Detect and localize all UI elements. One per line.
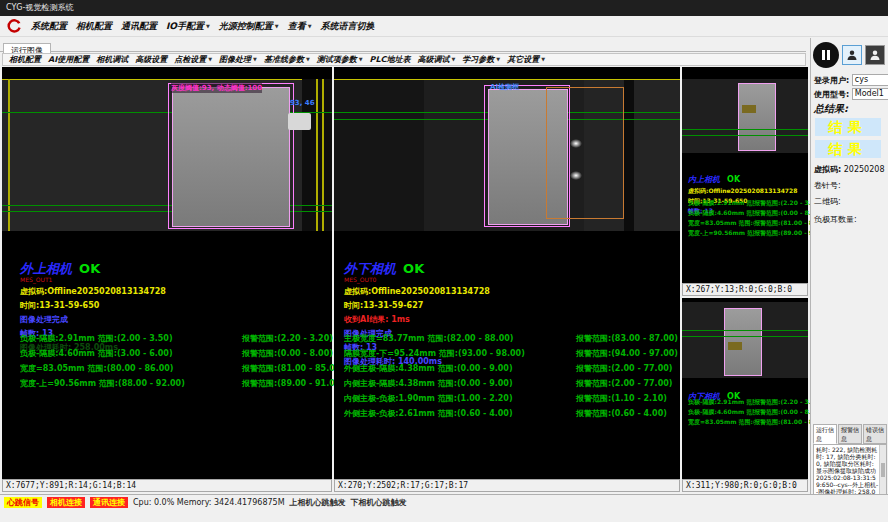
overlay-yellow-line (334, 79, 680, 80)
virtual-code-value: 20250208 (844, 165, 885, 174)
camera-result-ok: OK (727, 175, 740, 184)
camera-view-inner-top[interactable]: 内上相机 OK 虚拟码:Offline2025020813134728 时间:1… (682, 67, 808, 296)
point-overlay-label: 93, 46 (290, 99, 315, 107)
login-user-field: 登录用户: cys (814, 74, 888, 86)
measurement-row: 主极宽度=83.77mm 范围:(82.00 - 88.00)报警范围:(83.… (344, 333, 678, 348)
tab-count-label: 负极耳数量: (814, 214, 857, 225)
toolbar-camera-config[interactable]: 相机配置 (9, 54, 41, 65)
needle-label: 卷针号: (814, 180, 841, 191)
camera-view-inner-bottom[interactable]: 内下相机 OK 负极-隔膜:2.91mm 范围:(2.00 - 3.50)报警范… (682, 298, 808, 492)
overlay-orange-box (546, 87, 624, 219)
log-box: 运行信息 报警信息 错误信息 耗时: 222, 缺陷检测耗时: 17, 缺陷分类… (813, 424, 887, 492)
toolbar-other-settings[interactable]: 其它设置▼ (507, 54, 545, 65)
time-line: 时间:13-31-59-627 (344, 300, 490, 311)
chevron-down-icon: ▼ (208, 56, 212, 62)
menu-item-view[interactable]: 查看▼ (288, 20, 312, 33)
measurement-row: 负极-隔膜:2.91mm 范围:(2.00 - 3.50)报警范围:(2.20 … (20, 333, 344, 348)
model-field: 使用型号: Model1 (814, 88, 888, 100)
toolbar-learning-params[interactable]: 学习参数▼ (462, 54, 500, 65)
overlay-green-line (682, 135, 808, 136)
measurement-row: 负极-隔膜:4.60mm 范围:(3.00 - 6.00)报警范围:(0.00 … (20, 348, 344, 363)
reflection-flare (570, 139, 582, 148)
login-user-value[interactable]: cys (852, 74, 888, 86)
overlay-yellow-line (2, 79, 332, 80)
menu-item-system-config[interactable]: 系统配置 (31, 20, 67, 33)
user-icon (846, 49, 858, 61)
menu-item-comm-config[interactable]: 通讯配置 (121, 20, 157, 33)
chevron-down-icon: ▼ (496, 56, 500, 62)
control-buttons (813, 42, 888, 68)
ai-box-label: AI检测框 (490, 82, 519, 92)
pixel-readout: X:270;Y:2502;R:17;G:17;B:17 (334, 479, 680, 492)
menu-item-camera-config[interactable]: 相机配置 (76, 20, 112, 33)
chevron-down-icon: ▼ (306, 56, 310, 62)
virtual-code-field: 虚拟码: 20250208 (814, 164, 884, 175)
detected-cell-region (738, 83, 776, 151)
app-window: CYG-视觉检测系统 系统配置 相机配置 通讯配置 IO手配置▼ 光源控制配置▼… (0, 0, 888, 522)
toolbar-ai-config[interactable]: AI使用配置 (48, 54, 89, 65)
comm-connection-badge: 通讯连接 (90, 497, 128, 508)
model-value[interactable]: Model1 (852, 88, 888, 100)
measurement-row: 宽度=83.05mm 范围:(80.00 - 86.00)报警范围:(81.00… (20, 363, 344, 378)
toolbar-test-params[interactable]: 测试项参数▼ (317, 54, 363, 65)
virtual-code-line: 虚拟码:Offline2025020813134728 (344, 286, 490, 297)
menu-item-language[interactable]: 系统语言切换 (321, 20, 375, 33)
camera-image (682, 79, 808, 153)
measurement-row: 内侧主极-隔膜:4.38mm 范围:(0.00 - 9.00)报警范围:(2.0… (344, 378, 678, 393)
result-badge-bottom: 结果 (815, 140, 881, 158)
log-tab-error[interactable]: 错误信息 (863, 424, 887, 444)
chevron-down-icon: ▼ (275, 23, 279, 29)
toolbar-plc-table[interactable]: PLC地址表 (370, 54, 411, 65)
toolbar-baseline-params[interactable]: 基准线参数▼ (264, 54, 310, 65)
window-titlebar: CYG-视觉检测系统 (0, 0, 888, 16)
camera-connection-badge: 相机连接 (47, 497, 85, 508)
chevron-down-icon: ▼ (308, 23, 312, 29)
cpu-memory-readout: Cpu: 0.0% Memory: 3424.41796875M (133, 498, 285, 507)
window-title: CYG-视觉检测系统 (6, 3, 73, 12)
chevron-down-icon: ▼ (253, 56, 257, 62)
toolbar-camera-debug[interactable]: 相机调试 (96, 54, 128, 65)
toolbar-advanced-settings[interactable]: 高级设置 (135, 54, 167, 65)
lower-camera-heartbeat-link[interactable]: 下相机心跳触发 (351, 497, 407, 508)
log-tabs: 运行信息 报警信息 错误信息 (813, 424, 887, 444)
toolbar-image-processing[interactable]: 图像处理▼ (219, 54, 257, 65)
toolbar: 相机配置 AI使用配置 相机调试 高级设置 点检设置▼ 图像处理▼ 基准线参数▼… (2, 53, 806, 66)
ai-result-line: 收到AI结果: 1ms (344, 314, 490, 325)
measurement-row: 外侧主极-负极:2.61mm 范围:(0.60 - 4.00)报警范围:(0.6… (344, 408, 678, 423)
measurement-row: 外侧主极-隔膜:4.38mm 范围:(0.00 - 9.00)报警范围:(2.0… (344, 363, 678, 378)
overlay-yellow-line (322, 79, 324, 231)
menu-item-light-config[interactable]: 光源控制配置▼ (219, 20, 279, 33)
measurement-row: 内侧主极-负极:1.90mm 范围:(1.00 - 2.20)报警范围:(1.1… (344, 393, 678, 408)
log-tab-run[interactable]: 运行信息 (813, 424, 837, 444)
log-tab-alarm[interactable]: 报警信息 (838, 424, 862, 444)
overlay-green-line (682, 129, 808, 130)
camera-view-outer-bottom[interactable]: AI检测框 外下相机 OK MES_OUT0 虚拟码:Offline202502… (334, 67, 680, 492)
image-dark-band (334, 79, 424, 231)
camera-title: 内上相机 (688, 174, 720, 185)
toolbar-advanced-debug[interactable]: 高级调试▼ (417, 54, 455, 65)
status-bar: 心跳信号 相机连接 通讯连接 Cpu: 0.0% Memory: 3424.41… (0, 494, 888, 509)
user-mode-button[interactable] (842, 45, 862, 65)
toolbar-spotcheck[interactable]: 点检设置▼ (174, 54, 212, 65)
model-label: 使用型号: (814, 90, 849, 99)
overlay-marker (742, 105, 756, 113)
menu-bar: 系统配置 相机配置 通讯配置 IO手配置▼ 光源控制配置▼ 查看▼ 系统语言切换 (0, 16, 888, 37)
overlay-pink-box (168, 83, 294, 229)
chevron-down-icon: ▼ (451, 56, 455, 62)
connector-blob (288, 113, 311, 130)
pause-button[interactable] (813, 42, 839, 68)
login-user-label: 登录用户: (814, 76, 849, 85)
virtual-code-line: 虚拟码:Offline2025020813134728 (688, 187, 797, 196)
process-done-line: 图像处理完成 (20, 314, 166, 325)
overlay-green-line (682, 336, 808, 337)
menu-item-io-config[interactable]: IO手配置▼ (166, 20, 210, 33)
result-badge-top: 结果 (815, 118, 881, 136)
pixel-readout: X:311;Y:980;R:0;G:0;B:0 (682, 479, 808, 492)
time-line: 时间:13-31-59-650 (20, 300, 166, 311)
qrcode-label: 二维码: (814, 196, 841, 207)
total-result-label: 总结果: (814, 102, 848, 116)
admin-mode-button[interactable] (865, 45, 885, 65)
camera-view-outer-top[interactable]: 灰度阈值:93, 动态阈值:100 93, 46 外上相机 OK MES_OUT… (2, 67, 332, 492)
upper-camera-heartbeat-link[interactable]: 上相机心跳触发 (290, 497, 346, 508)
control-panel: 登录用户: cys 使用型号: Model1 总结果: 结果 结果 虚拟码: 2… (810, 38, 888, 494)
